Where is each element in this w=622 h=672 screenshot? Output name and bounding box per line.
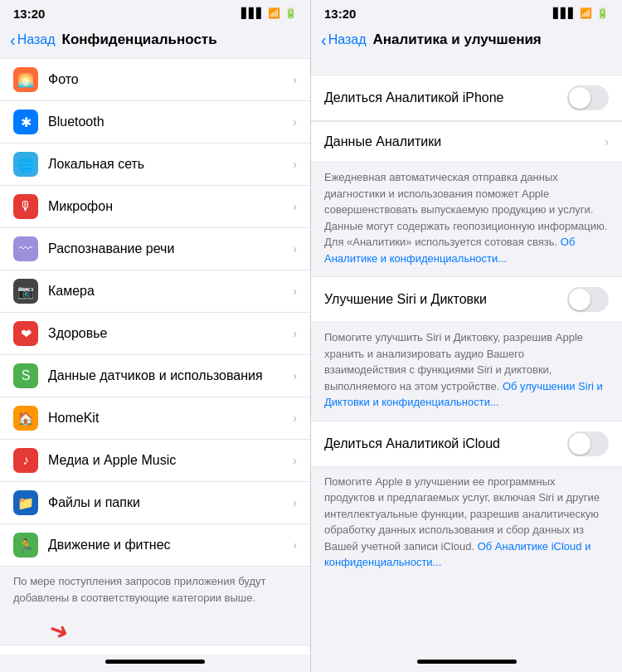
- analytics-section-siri-improvement: Улучшение Siri и Диктовки Помогите улучш…: [311, 276, 622, 421]
- icon-local-network: 🌐: [13, 152, 38, 177]
- home-bar-left: [105, 660, 205, 664]
- label-camera: Камера: [48, 284, 293, 299]
- settings-item-homekit[interactable]: 🏠 HomeKit ›: [0, 397, 310, 440]
- settings-item-local-network[interactable]: 🌐 Локальная сеть ›: [0, 144, 310, 186]
- home-bar-right: [417, 660, 517, 664]
- bottom-items-group: Аналитика и улучшения › Реклама от Apple…: [0, 645, 310, 655]
- analytics-link-siri-improvement[interactable]: Об улучшении Siri и Диктовки и конфиденц…: [324, 380, 603, 409]
- analytics-label-siri-improvement: Улучшение Siri и Диктовки: [324, 292, 567, 307]
- chevron-analytics-data: ›: [605, 135, 609, 149]
- settings-group-main: 🌅 Фото › ✱ Bluetooth › 🌐 Локальная сеть …: [0, 58, 310, 567]
- settings-item-motion[interactable]: 🏃 Движение и фитнес ›: [0, 524, 310, 567]
- analytics-link-icloud-analytics[interactable]: Об Аналитике iCloud и конфиденциальности…: [324, 540, 590, 569]
- label-health: Здоровье: [48, 326, 293, 341]
- analytics-link-analytics-data[interactable]: Об Аналитике и конфиденциальности...: [324, 236, 575, 265]
- time-right: 13:20: [324, 7, 356, 21]
- analytics-label-analytics-data: Данные Аналитики: [324, 134, 605, 149]
- analytics-row-share-analytics[interactable]: Делиться Аналитикой iPhone: [311, 75, 622, 121]
- time-left: 13:20: [13, 7, 45, 21]
- toggle-knob-siri-improvement: [569, 289, 590, 310]
- analytics-row-analytics-data[interactable]: Данные Аналитики ›: [311, 121, 622, 163]
- icon-motion: 🏃: [13, 533, 38, 558]
- back-button-right[interactable]: ‹ Назад: [321, 31, 367, 50]
- back-label-left: Назад: [17, 32, 56, 47]
- analytics-row-siri-improvement[interactable]: Улучшение Siri и Диктовки: [311, 276, 622, 323]
- battery-icon-right: 🔋: [596, 7, 609, 19]
- arrow-container: ➜: [0, 614, 310, 645]
- settings-item-camera[interactable]: 📷 Камера ›: [0, 270, 310, 313]
- label-microphone: Микрофон: [48, 199, 293, 214]
- settings-item-photos[interactable]: 🌅 Фото ›: [0, 58, 310, 101]
- back-chevron-icon: ‹: [10, 31, 16, 50]
- chevron-photos: ›: [293, 73, 297, 86]
- label-media: Медиа и Apple Music: [48, 453, 293, 468]
- analytics-section-share-analytics: Делиться Аналитикой iPhone: [311, 75, 622, 121]
- analytics-desc-siri-improvement: Помогите улучшить Siri и Диктовку, разре…: [311, 323, 622, 421]
- icon-camera: 📷: [13, 279, 38, 304]
- wifi-icon: 📶: [268, 7, 280, 19]
- chevron-speech: ›: [293, 242, 297, 256]
- back-button-left[interactable]: ‹ Назад: [10, 31, 56, 50]
- chevron-camera: ›: [293, 285, 297, 298]
- chevron-motion: ›: [293, 538, 297, 552]
- status-bar-right: 13:20 ▋▋▋ 📶 🔋: [311, 0, 622, 25]
- page-title-right: Аналитика и улучшения: [373, 32, 542, 48]
- chevron-local-network: ›: [293, 158, 297, 171]
- nav-bar-left: ‹ Назад Конфиденциальность: [0, 25, 310, 58]
- toggle-siri-improvement[interactable]: [567, 287, 609, 312]
- battery-icon: 🔋: [284, 7, 297, 19]
- signal-icon: ▋▋▋: [241, 7, 264, 19]
- settings-note: По мере поступления запросов приложения …: [0, 567, 310, 614]
- chevron-microphone: ›: [293, 200, 297, 213]
- label-speech: Распознавание речи: [48, 241, 293, 256]
- toggle-icloud-analytics[interactable]: [567, 431, 609, 456]
- label-homekit: HomeKit: [48, 411, 293, 426]
- back-label-right: Назад: [328, 32, 367, 47]
- analytics-section-analytics-data: Данные Аналитики › Ежедневная автоматиче…: [311, 121, 622, 276]
- analytics-row-icloud-analytics[interactable]: Делиться Аналитикой iCloud: [311, 421, 622, 467]
- nav-bar-right: ‹ Назад Аналитика и улучшения: [311, 25, 622, 58]
- chevron-files: ›: [293, 496, 297, 509]
- analytics-section-icloud-analytics: Делиться Аналитикой iCloud Помогите Appl…: [311, 421, 622, 581]
- settings-item-health[interactable]: ❤ Здоровье ›: [0, 313, 310, 355]
- status-icons-left: ▋▋▋ 📶 🔋: [241, 7, 297, 19]
- home-indicator-left: [0, 655, 310, 672]
- analytics-desc-analytics-data: Ежедневная автоматическая отправка данны…: [311, 163, 622, 276]
- status-bar-left: 13:20 ▋▋▋ 📶 🔋: [0, 0, 310, 25]
- label-motion: Движение и фитнес: [48, 538, 293, 553]
- signal-icon-right: ▋▋▋: [553, 7, 576, 19]
- left-panel: 13:20 ▋▋▋ 📶 🔋 ‹ Назад Конфиденциальность…: [0, 0, 311, 672]
- label-local-network: Локальная сеть: [48, 157, 293, 172]
- icon-sensors: S: [13, 363, 38, 388]
- analytics-content: Делиться Аналитикой iPhone Данные Аналит…: [311, 58, 622, 655]
- toggle-knob-share-analytics: [569, 87, 590, 109]
- label-bluetooth: Bluetooth: [48, 114, 293, 129]
- icon-homekit: 🏠: [13, 406, 38, 431]
- settings-item-sensors[interactable]: S Данные датчиков и использования ›: [0, 355, 310, 397]
- chevron-health: ›: [293, 327, 297, 340]
- label-photos: Фото: [48, 72, 293, 87]
- back-chevron-icon-right: ‹: [321, 31, 327, 50]
- chevron-bluetooth: ›: [293, 115, 297, 129]
- icon-media: ♪: [13, 448, 38, 473]
- label-files: Файлы и папки: [48, 495, 293, 510]
- settings-item-microphone[interactable]: 🎙 Микрофон ›: [0, 186, 310, 228]
- settings-item-files[interactable]: 📁 Файлы и папки ›: [0, 482, 310, 524]
- label-sensors: Данные датчиков и использования: [48, 368, 293, 383]
- chevron-homekit: ›: [293, 411, 297, 425]
- toggle-knob-icloud-analytics: [569, 433, 590, 455]
- home-indicator-right: [311, 655, 622, 672]
- settings-item-speech[interactable]: 〰 Распознавание речи ›: [0, 228, 310, 270]
- toggle-share-analytics[interactable]: [567, 85, 609, 110]
- icon-bluetooth: ✱: [13, 110, 38, 134]
- icon-files: 📁: [13, 490, 38, 515]
- analytics-label-share-analytics: Делиться Аналитикой iPhone: [324, 90, 567, 105]
- settings-item-bluetooth[interactable]: ✱ Bluetooth ›: [0, 101, 310, 144]
- status-icons-right: ▋▋▋ 📶 🔋: [553, 7, 609, 19]
- analytics-desc-icloud-analytics: Помогите Apple в улучшении ее программны…: [311, 467, 622, 581]
- page-title-left: Конфиденциальность: [62, 32, 217, 48]
- icon-microphone: 🎙: [13, 194, 38, 219]
- settings-item-media[interactable]: ♪ Медиа и Apple Music ›: [0, 440, 310, 482]
- bottom-item-analytics[interactable]: Аналитика и улучшения ›: [0, 645, 310, 655]
- wifi-icon-right: 📶: [580, 7, 592, 19]
